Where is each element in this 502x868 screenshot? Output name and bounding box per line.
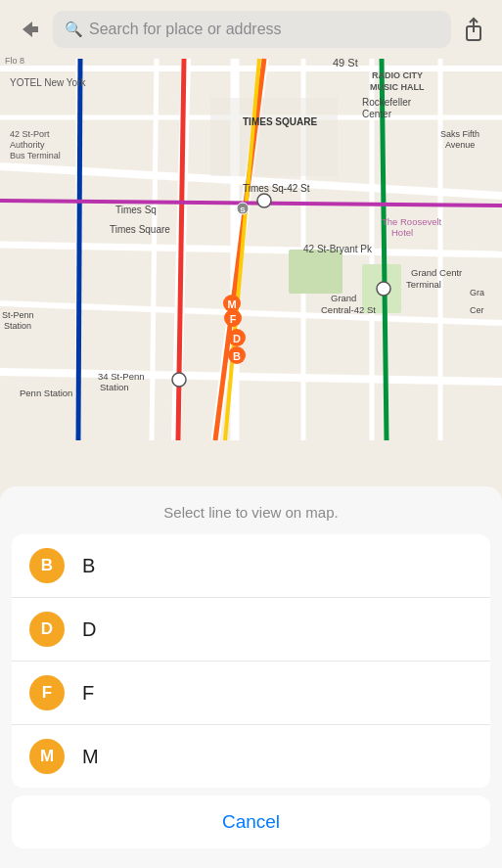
svg-rect-17: [210, 98, 338, 176]
sheet-title: Select line to view on map.: [0, 486, 502, 530]
svg-text:Central-42 St: Central-42 St: [321, 304, 376, 315]
svg-point-25: [172, 373, 186, 387]
svg-text:42 St-Port: 42 St-Port: [10, 129, 50, 139]
svg-text:YOTEL New York: YOTEL New York: [10, 77, 86, 88]
svg-text:Terminal: Terminal: [406, 279, 441, 290]
line-label-d: D: [82, 618, 96, 641]
svg-text:TIMES SQUARE: TIMES SQUARE: [243, 116, 317, 127]
svg-point-24: [257, 194, 271, 207]
svg-text:Hotel: Hotel: [391, 227, 413, 238]
svg-text:Cer: Cer: [470, 305, 484, 315]
svg-rect-15: [289, 250, 342, 294]
list-item[interactable]: F F: [12, 662, 490, 725]
svg-text:34 St-Penn: 34 St-Penn: [98, 371, 145, 382]
list-item[interactable]: B B: [12, 534, 490, 598]
line-list: B B D D F F M M: [12, 534, 490, 788]
svg-text:Authority: Authority: [10, 140, 45, 150]
share-button[interactable]: [455, 11, 492, 48]
svg-text:Times Sq: Times Sq: [115, 205, 157, 215]
svg-text:D: D: [233, 333, 241, 344]
svg-text:RADIO CITY: RADIO CITY: [372, 70, 423, 80]
svg-text:MUSIC HALL: MUSIC HALL: [370, 82, 425, 92]
svg-text:The Roosevelt: The Roosevelt: [382, 216, 442, 227]
svg-line-18: [78, 59, 80, 440]
search-icon: 🔍: [65, 21, 83, 38]
line-label-m: M: [82, 746, 99, 768]
svg-text:B: B: [233, 350, 241, 362]
line-badge-b: B: [29, 548, 65, 583]
search-bar[interactable]: 🔍 Search for place or address: [53, 11, 451, 48]
search-placeholder: Search for place or address: [89, 21, 439, 38]
back-button[interactable]: [10, 10, 49, 49]
bottom-sheet: Select line to view on map. B B D D F F …: [0, 486, 502, 868]
svg-text:Penn Station: Penn Station: [20, 388, 72, 398]
list-item[interactable]: M M: [12, 725, 490, 788]
svg-text:Grand Centr: Grand Centr: [411, 267, 462, 278]
cancel-button[interactable]: Cancel: [12, 796, 490, 848]
top-bar: 🔍 Search for place or address: [0, 0, 502, 59]
list-item[interactable]: D D: [12, 598, 490, 662]
svg-text:Center: Center: [362, 109, 392, 119]
svg-text:Times Square: Times Square: [110, 224, 170, 235]
line-badge-m: M: [29, 739, 65, 774]
svg-text:S: S: [240, 206, 246, 214]
line-label-f: F: [82, 682, 94, 705]
svg-text:Station: Station: [100, 382, 129, 392]
cancel-label: Cancel: [222, 811, 280, 833]
svg-text:St-Penn: St-Penn: [2, 310, 34, 320]
svg-text:Times Sq-42 St: Times Sq-42 St: [243, 183, 310, 194]
svg-text:Bus Terminal: Bus Terminal: [10, 151, 61, 160]
svg-text:42 St-Bryant Pk: 42 St-Bryant Pk: [303, 244, 373, 254]
svg-text:M: M: [227, 298, 236, 310]
svg-text:Station: Station: [4, 321, 31, 331]
line-label-b: B: [82, 555, 95, 577]
svg-text:Avenue: Avenue: [445, 140, 475, 150]
svg-point-26: [377, 282, 390, 296]
svg-text:Saks Fifth: Saks Fifth: [440, 129, 479, 139]
svg-text:Rockefeller: Rockefeller: [362, 97, 412, 108]
svg-text:F: F: [230, 313, 237, 325]
line-badge-f: F: [29, 675, 65, 710]
svg-text:Gra: Gra: [470, 288, 484, 297]
line-badge-d: D: [29, 612, 65, 647]
svg-text:Grand: Grand: [331, 293, 356, 303]
